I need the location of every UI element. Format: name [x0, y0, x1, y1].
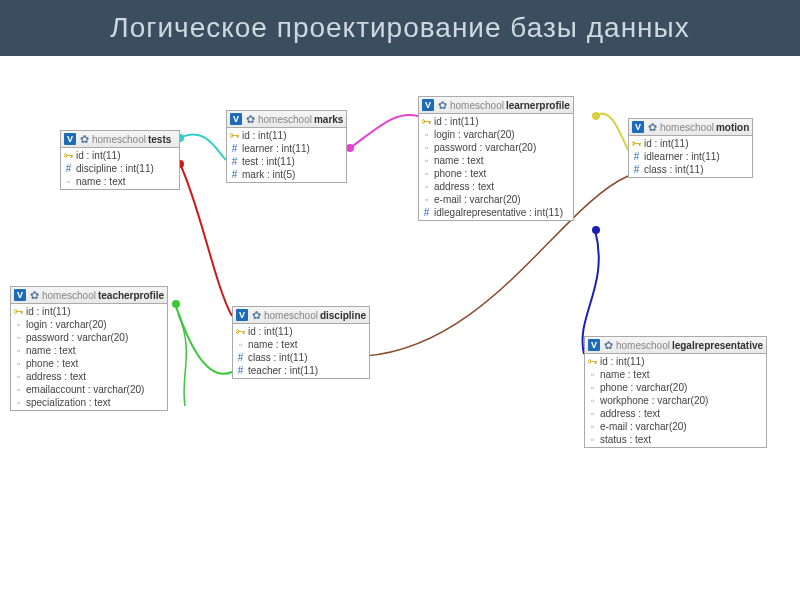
dot-icon: ◦: [588, 369, 597, 380]
table-name: marks: [314, 114, 343, 125]
column-name: id : int(11): [26, 306, 70, 317]
column-row[interactable]: #idlearner : int(11): [629, 150, 752, 163]
gear-icon[interactable]: [646, 121, 658, 133]
table-header[interactable]: Vhomeschool tests: [61, 131, 179, 148]
gear-icon[interactable]: [78, 133, 90, 145]
column-name: idlegalrepresentative : int(11): [434, 207, 563, 218]
table-name: discipline: [320, 310, 366, 321]
dot-icon: ◦: [14, 319, 23, 330]
column-row[interactable]: ◦emailaccount : varchar(20): [11, 383, 167, 396]
knob: [592, 226, 600, 234]
table-name: teacherprofile: [98, 290, 164, 301]
table-name: legalrepresentative: [672, 340, 763, 351]
key-icon: 🗝: [230, 130, 239, 141]
table-header[interactable]: Vhomeschool teacherprofile: [11, 287, 167, 304]
rel-learner-motion: [595, 114, 628, 150]
column-row[interactable]: #idlegalrepresentative : int(11): [419, 206, 573, 219]
column-row[interactable]: 🗝id : int(11): [419, 115, 573, 128]
table-learnerprofile[interactable]: Vhomeschool learnerprofile🗝id : int(11)◦…: [418, 96, 574, 221]
dot-icon: ◦: [588, 434, 597, 445]
column-name: login : varchar(20): [434, 129, 515, 140]
gear-icon[interactable]: [28, 289, 40, 301]
column-name: name : text: [248, 339, 297, 350]
column-row[interactable]: #teacher : int(11): [233, 364, 369, 377]
column-list: 🗝id : int(11)◦name : text#class : int(11…: [233, 324, 369, 378]
column-name: phone : varchar(20): [600, 382, 687, 393]
column-row[interactable]: ◦e-mail : varchar(20): [419, 193, 573, 206]
column-row[interactable]: ◦name : text: [419, 154, 573, 167]
dot-icon: ◦: [422, 129, 431, 140]
dot-icon: ◦: [64, 176, 73, 187]
column-name: idlearner : int(11): [644, 151, 720, 162]
column-name: class : int(11): [644, 164, 703, 175]
table-tests[interactable]: Vhomeschool tests🗝id : int(11)#disciplin…: [60, 130, 180, 190]
column-name: name : text: [76, 176, 125, 187]
column-row[interactable]: ◦phone : varchar(20): [585, 381, 766, 394]
column-row[interactable]: 🗝id : int(11): [61, 149, 179, 162]
column-name: workphone : varchar(20): [600, 395, 708, 406]
schema-name: homeschool: [264, 310, 318, 321]
table-marks[interactable]: Vhomeschool marks🗝id : int(11)#learner :…: [226, 110, 347, 183]
gear-icon[interactable]: [244, 113, 256, 125]
dot-icon: ◦: [14, 345, 23, 356]
column-row[interactable]: ◦password : varchar(20): [419, 141, 573, 154]
column-row[interactable]: ◦login : varchar(20): [11, 318, 167, 331]
hash-icon: #: [632, 151, 641, 162]
column-name: mark : int(5): [242, 169, 295, 180]
gear-icon[interactable]: [602, 339, 614, 351]
dot-icon: ◦: [588, 395, 597, 406]
key-icon: 🗝: [632, 138, 641, 149]
table-header[interactable]: Vhomeschool legalrepresentative: [585, 337, 766, 354]
table-motion[interactable]: Vhomeschool motion🗝id : int(11)#idlearne…: [628, 118, 753, 178]
column-row[interactable]: ◦name : text: [61, 175, 179, 188]
column-row[interactable]: 🗝id : int(11): [11, 305, 167, 318]
column-row[interactable]: #class : int(11): [233, 351, 369, 364]
column-row[interactable]: ◦address : text: [585, 407, 766, 420]
key-icon: 🗝: [236, 326, 245, 337]
column-row[interactable]: #test : int(11): [227, 155, 346, 168]
rel-discipline-teacher-2: [178, 314, 186, 406]
schema-name: homeschool: [450, 100, 504, 111]
column-row[interactable]: ◦e-mail : varchar(20): [585, 420, 766, 433]
column-row[interactable]: #learner : int(11): [227, 142, 346, 155]
column-row[interactable]: ◦workphone : varchar(20): [585, 394, 766, 407]
table-header[interactable]: Vhomeschool motion: [629, 119, 752, 136]
column-list: 🗝id : int(11)◦login : varchar(20)◦passwo…: [11, 304, 167, 410]
column-row[interactable]: ◦name : text: [233, 338, 369, 351]
column-row[interactable]: ◦address : text: [11, 370, 167, 383]
column-row[interactable]: ◦status : text: [585, 433, 766, 446]
column-row[interactable]: 🗝id : int(11): [629, 137, 752, 150]
table-legalrepresentative[interactable]: Vhomeschool legalrepresentative🗝id : int…: [584, 336, 767, 448]
column-row[interactable]: ◦name : text: [11, 344, 167, 357]
column-name: name : text: [26, 345, 75, 356]
table-teacherprofile[interactable]: Vhomeschool teacherprofile🗝id : int(11)◦…: [10, 286, 168, 411]
column-row[interactable]: ◦phone : text: [11, 357, 167, 370]
column-list: 🗝id : int(11)◦name : text◦phone : varcha…: [585, 354, 766, 447]
table-header[interactable]: Vhomeschool learnerprofile: [419, 97, 573, 114]
column-row[interactable]: ◦login : varchar(20): [419, 128, 573, 141]
column-row[interactable]: 🗝id : int(11): [233, 325, 369, 338]
table-header[interactable]: Vhomeschool discipline: [233, 307, 369, 324]
column-row[interactable]: ◦address : text: [419, 180, 573, 193]
column-name: password : varchar(20): [26, 332, 128, 343]
gear-icon[interactable]: [250, 309, 262, 321]
column-row[interactable]: ◦specialization : text: [11, 396, 167, 409]
column-row[interactable]: #mark : int(5): [227, 168, 346, 181]
column-row[interactable]: ◦password : varchar(20): [11, 331, 167, 344]
table-header[interactable]: Vhomeschool marks: [227, 111, 346, 128]
column-row[interactable]: #class : int(11): [629, 163, 752, 176]
dot-icon: ◦: [14, 384, 23, 395]
table-discipline[interactable]: Vhomeschool discipline🗝id : int(11)◦name…: [232, 306, 370, 379]
column-row[interactable]: #discipline : int(11): [61, 162, 179, 175]
column-row[interactable]: ◦name : text: [585, 368, 766, 381]
column-row[interactable]: 🗝id : int(11): [585, 355, 766, 368]
view-icon: V: [64, 133, 76, 145]
rel-tests-discipline: [180, 164, 232, 316]
view-icon: V: [588, 339, 600, 351]
column-row[interactable]: 🗝id : int(11): [227, 129, 346, 142]
column-row[interactable]: ◦phone : text: [419, 167, 573, 180]
column-name: teacher : int(11): [248, 365, 318, 376]
table-name: motion: [716, 122, 749, 133]
schema-name: homeschool: [660, 122, 714, 133]
gear-icon[interactable]: [436, 99, 448, 111]
